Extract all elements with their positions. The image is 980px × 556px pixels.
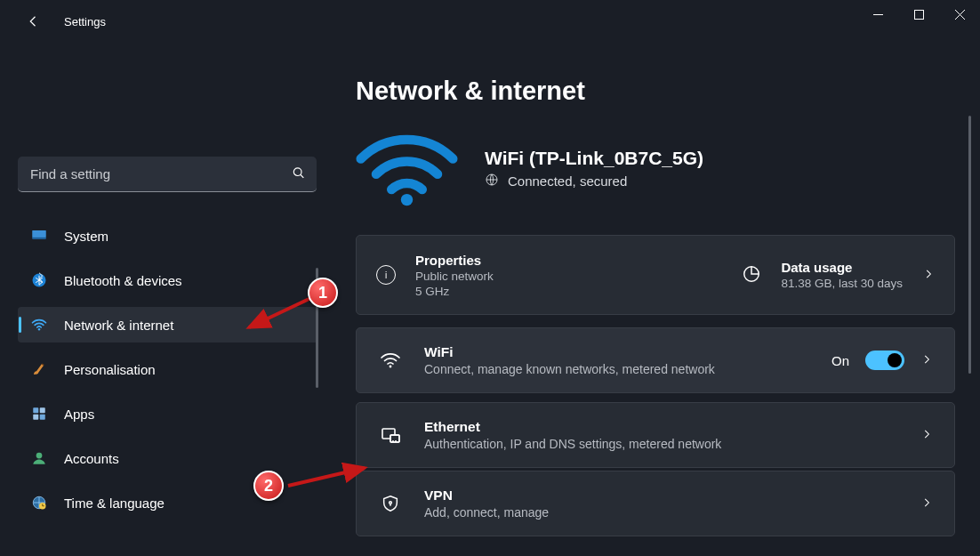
connection-name: WiFi (TP-Link_0B7C_5G) xyxy=(485,148,703,169)
vpn-settings-row[interactable]: VPN Add, connect, manage xyxy=(356,471,955,536)
sidebar-item-label: Time & language xyxy=(64,496,165,511)
paintbrush-icon xyxy=(30,360,48,378)
main-scrollbar[interactable] xyxy=(968,116,971,374)
svg-point-12 xyxy=(36,453,43,459)
wifi-icon xyxy=(30,316,48,334)
ethernet-icon xyxy=(378,424,403,446)
svg-point-19 xyxy=(390,366,392,368)
svg-rect-21 xyxy=(390,435,399,442)
properties-line1: Public network xyxy=(415,270,494,283)
properties-button[interactable]: i Properties Public network 5 GHz xyxy=(376,253,655,298)
svg-point-2 xyxy=(293,168,301,176)
annotation-badge-1: 1 xyxy=(308,278,338,308)
sidebar-item-personalisation[interactable]: Personalisation xyxy=(18,351,318,387)
data-usage-icon xyxy=(742,264,761,286)
sidebar-item-label: Network & internet xyxy=(64,318,173,333)
sidebar-item-label: Accounts xyxy=(64,451,119,466)
svg-point-16 xyxy=(401,194,413,205)
data-usage-detail: 81.38 GB, last 30 days xyxy=(781,277,903,290)
sidebar-item-label: Apps xyxy=(64,407,94,422)
wifi-large-icon xyxy=(356,131,458,206)
ethernet-row-detail: Authentication, IP and DNS settings, met… xyxy=(424,437,798,451)
info-icon: i xyxy=(376,265,396,285)
wifi-icon xyxy=(378,350,403,371)
data-usage-button[interactable]: Data usage 81.38 GB, last 30 days xyxy=(655,260,935,290)
properties-line2: 5 GHz xyxy=(415,285,494,298)
globe-clock-icon xyxy=(30,494,48,512)
svg-point-7 xyxy=(38,328,40,330)
apps-icon xyxy=(30,405,48,423)
bluetooth-icon xyxy=(30,271,48,289)
vpn-row-title: VPN xyxy=(424,488,899,504)
svg-rect-4 xyxy=(33,230,46,238)
svg-rect-1 xyxy=(914,10,923,19)
vpn-row-detail: Add, connect, manage xyxy=(424,505,798,520)
annotation-arrow-2 xyxy=(283,463,372,491)
sidebar-item-system[interactable]: System xyxy=(18,218,318,254)
sidebar-item-label: System xyxy=(64,229,108,244)
chevron-right-icon xyxy=(920,353,933,368)
sidebar-item-apps[interactable]: Apps xyxy=(18,396,318,431)
ethernet-settings-row[interactable]: Ethernet Authentication, IP and DNS sett… xyxy=(356,402,955,468)
search-input-wrapper[interactable] xyxy=(18,157,317,192)
properties-usage-card: i Properties Public network 5 GHz Data u… xyxy=(356,235,955,315)
wifi-row-title: WiFi xyxy=(424,344,810,360)
wifi-toggle[interactable] xyxy=(865,351,904,370)
svg-rect-8 xyxy=(33,407,38,413)
connection-status: Connected, secured xyxy=(508,173,627,189)
chevron-right-icon xyxy=(922,268,935,283)
svg-rect-0 xyxy=(873,14,883,15)
properties-label: Properties xyxy=(415,253,494,268)
back-button[interactable] xyxy=(18,5,50,37)
ethernet-row-title: Ethernet xyxy=(424,419,899,435)
monitor-icon xyxy=(30,227,48,245)
globe-icon xyxy=(485,173,499,189)
maximize-button[interactable] xyxy=(898,0,939,28)
sidebar-item-label: Personalisation xyxy=(64,362,156,377)
chevron-right-icon xyxy=(920,428,933,443)
shield-icon xyxy=(378,494,403,513)
svg-rect-11 xyxy=(40,415,45,420)
svg-rect-5 xyxy=(33,238,46,239)
wifi-settings-row[interactable]: WiFi Connect, manage known networks, met… xyxy=(356,327,955,393)
wifi-row-detail: Connect, manage known networks, metered … xyxy=(424,362,798,376)
page-title: Network & internet xyxy=(356,77,955,106)
search-input[interactable] xyxy=(18,157,317,192)
search-icon xyxy=(292,166,306,183)
chevron-right-icon xyxy=(920,496,933,512)
svg-rect-9 xyxy=(40,407,45,413)
annotation-badge-2: 2 xyxy=(253,471,284,501)
window-title: Settings xyxy=(64,15,106,28)
close-button[interactable] xyxy=(939,0,980,28)
wifi-toggle-label: On xyxy=(831,353,849,368)
data-usage-label: Data usage xyxy=(781,260,903,275)
sidebar-item-label: Bluetooth & devices xyxy=(64,273,182,288)
person-icon xyxy=(30,449,48,467)
minimize-button[interactable] xyxy=(857,0,898,28)
svg-rect-10 xyxy=(33,415,38,420)
